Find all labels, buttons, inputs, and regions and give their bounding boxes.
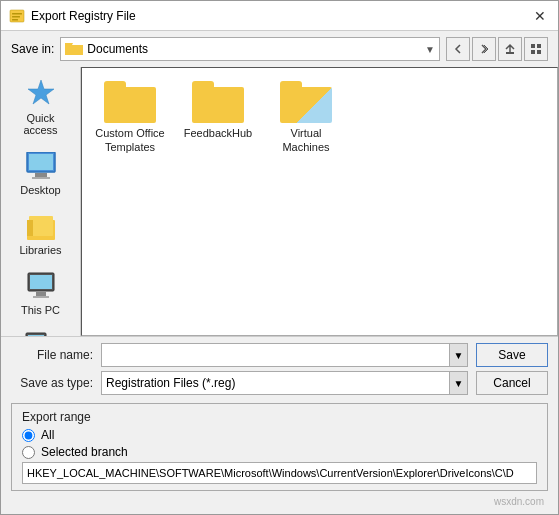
folder-label-virtual-machines: Virtual Machines [271, 126, 341, 155]
file-name-label: File name: [11, 348, 101, 362]
registry-path-row [22, 462, 537, 484]
action-buttons: Save Cancel [476, 343, 548, 395]
save-as-type-select[interactable]: Registration Files (*.reg)All Files (*.*… [102, 372, 467, 394]
export-registry-dialog: Export Registry File ✕ Save in: Document… [0, 0, 559, 515]
svg-rect-11 [29, 154, 53, 170]
save-as-type-row: Save as type: Registration Files (*.reg)… [11, 371, 468, 395]
views-icon [530, 43, 542, 55]
svg-rect-1 [12, 13, 22, 15]
thispc-icon-wrapper [25, 270, 57, 302]
save-button[interactable]: Save [476, 343, 548, 367]
sidebar-item-desktop[interactable]: Desktop [6, 145, 76, 201]
svg-marker-9 [28, 80, 54, 104]
folder-custom-office[interactable]: Custom Office Templates [90, 76, 170, 160]
svg-rect-12 [35, 173, 47, 177]
save-in-value: Documents [87, 42, 148, 56]
sidebar-item-quick-access[interactable]: Quick access [6, 73, 76, 141]
svg-rect-3 [12, 19, 18, 21]
folder-label-feedbackhub: FeedbackHub [184, 126, 253, 140]
radio-all-row: All [22, 428, 537, 442]
radio-selected-row: Selected branch [22, 445, 537, 459]
export-range: Export range All Selected branch [11, 403, 548, 491]
folder-icon-virtual-machines [280, 81, 332, 123]
main-area: Quick access Desktop [1, 67, 558, 336]
close-button[interactable]: ✕ [530, 8, 550, 24]
sidebar-item-libraries[interactable]: Libraries [6, 205, 76, 261]
watermark: wsxdn.com [11, 495, 548, 508]
quick-access-icon-wrapper [25, 78, 57, 110]
radio-selected-label: Selected branch [41, 445, 128, 459]
file-save-row: File name: ▼ Save as type: Registration … [11, 343, 548, 399]
radio-all[interactable] [22, 429, 35, 442]
quick-access-label: Quick access [9, 112, 73, 136]
file-name-input[interactable] [102, 344, 449, 366]
radio-selected[interactable] [22, 446, 35, 459]
libraries-icon-wrapper [25, 210, 57, 242]
file-name-dropdown-arrow[interactable]: ▼ [449, 344, 467, 366]
file-save-fields: File name: ▼ Save as type: Registration … [11, 343, 468, 399]
svg-rect-2 [12, 16, 20, 18]
save-in-content: Documents [65, 42, 148, 56]
svg-rect-8 [537, 50, 541, 54]
dialog-title: Export Registry File [31, 9, 136, 23]
up-button[interactable] [498, 37, 522, 61]
up-icon [504, 43, 516, 55]
title-bar-left: Export Registry File [9, 8, 136, 24]
file-name-input-wrapper: ▼ [101, 343, 468, 367]
title-bar: Export Registry File ✕ [1, 1, 558, 31]
save-in-label: Save in: [11, 42, 54, 56]
quick-access-icon [25, 78, 57, 110]
desktop-label: Desktop [20, 184, 60, 196]
thispc-label: This PC [21, 304, 60, 316]
file-browser: Custom Office Templates FeedbackHub Virt… [81, 67, 558, 336]
svg-rect-4 [506, 52, 514, 54]
bottom-section: File name: ▼ Save as type: Registration … [1, 336, 558, 514]
registry-icon [9, 8, 25, 24]
radio-all-label: All [41, 428, 54, 442]
sidebar-item-thispc[interactable]: This PC [6, 265, 76, 321]
toolbar-row: Save in: Documents ▼ [1, 31, 558, 67]
svg-rect-20 [33, 296, 49, 298]
views-button[interactable] [524, 37, 548, 61]
desktop-icon-wrapper [25, 150, 57, 182]
svg-rect-13 [32, 177, 50, 179]
svg-rect-18 [30, 275, 52, 289]
folder-feedbackhub[interactable]: FeedbackHub [178, 76, 258, 160]
save-as-type-label: Save as type: [11, 376, 101, 390]
svg-rect-7 [531, 50, 535, 54]
folder-icon-custom-office [104, 81, 156, 123]
sidebar-item-network[interactable]: Network [6, 325, 76, 336]
folder-icon-small [65, 42, 83, 56]
desktop-icon [25, 152, 57, 180]
save-in-arrow: ▼ [425, 44, 435, 55]
folder-icon-feedbackhub [192, 81, 244, 123]
libraries-icon [25, 210, 57, 242]
save-in-dropdown[interactable]: Documents ▼ [60, 37, 440, 61]
forward-button[interactable] [472, 37, 496, 61]
svg-rect-16 [27, 220, 33, 236]
sidebar: Quick access Desktop [1, 67, 81, 336]
libraries-label: Libraries [19, 244, 61, 256]
forward-icon [478, 43, 490, 55]
registry-path-input[interactable] [22, 462, 537, 484]
cancel-button[interactable]: Cancel [476, 371, 548, 395]
export-range-title: Export range [22, 410, 537, 424]
svg-rect-6 [537, 44, 541, 48]
toolbar-buttons [446, 37, 548, 61]
svg-rect-5 [531, 44, 535, 48]
back-icon [452, 43, 464, 55]
svg-rect-19 [36, 292, 46, 296]
folder-label-custom-office: Custom Office Templates [95, 126, 165, 155]
thispc-icon [25, 271, 57, 301]
file-name-row: File name: ▼ [11, 343, 468, 367]
folder-virtual-machines[interactable]: Virtual Machines [266, 76, 346, 160]
back-button[interactable] [446, 37, 470, 61]
save-as-type-wrapper: Registration Files (*.reg)All Files (*.*… [101, 371, 468, 395]
